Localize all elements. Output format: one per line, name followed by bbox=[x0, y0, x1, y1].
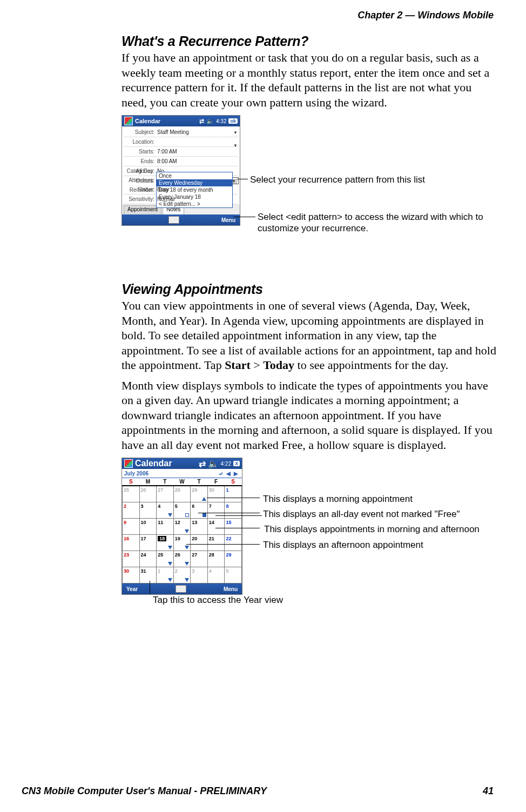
day-cell[interactable]: 30 bbox=[123, 567, 140, 583]
lbl-sensitivity: Sensitivity: bbox=[123, 196, 156, 202]
day-cell[interactable]: 25 bbox=[123, 486, 140, 502]
field-starts[interactable]: 7:00 AM bbox=[156, 149, 239, 155]
callout-select-pattern: Select your recurrence pattern from this… bbox=[250, 174, 482, 185]
page-number: 41 bbox=[483, 786, 494, 797]
lbl-categories: Categories: bbox=[123, 168, 156, 174]
day-cell[interactable]: 19 bbox=[173, 535, 191, 551]
callout-edit-pattern: Select <edit pattern> to access the wiza… bbox=[258, 211, 495, 234]
day-cell[interactable]: 8 bbox=[225, 502, 242, 519]
dow-header: S bbox=[123, 478, 140, 486]
page-header: Chapter 2 — Windows Mobile bbox=[358, 10, 494, 21]
day-cell[interactable]: 18 bbox=[157, 535, 174, 551]
prev-month-icon[interactable]: ◀ bbox=[225, 471, 232, 477]
day-cell[interactable]: 4 bbox=[207, 567, 225, 583]
signal-icon: ⇄ bbox=[199, 118, 204, 125]
afternoon-appt-icon bbox=[185, 578, 189, 582]
lbl-ends: Ends: bbox=[123, 158, 156, 164]
day-cell[interactable]: 12 bbox=[173, 519, 191, 535]
keyboard-icon[interactable] bbox=[176, 585, 186, 593]
signal-icon: ⇄ bbox=[199, 459, 206, 469]
day-cell[interactable]: 23 bbox=[123, 551, 140, 567]
heading-viewing: Viewing Appointments bbox=[122, 281, 500, 297]
day-cell[interactable]: 25 bbox=[157, 551, 174, 567]
day-cell[interactable]: 20 bbox=[191, 535, 208, 551]
calendar-edit-window: Calendar ⇄ 🔈 4:32 ok Subject: Staff Meet… bbox=[122, 115, 240, 226]
day-cell[interactable]: 28 bbox=[207, 551, 225, 567]
month-grid[interactable]: SMTWTFS 25262728293012345678910111213141… bbox=[122, 478, 242, 583]
day-cell[interactable]: 22 bbox=[225, 535, 242, 551]
lbl-status: Status: bbox=[123, 186, 156, 192]
day-cell[interactable]: 26 bbox=[173, 551, 191, 567]
day-cell[interactable]: 4 bbox=[157, 502, 174, 519]
day-cell[interactable]: 21 bbox=[207, 535, 225, 551]
day-cell[interactable]: 1 bbox=[225, 486, 242, 502]
day-cell[interactable]: 7 bbox=[207, 502, 225, 519]
field-status[interactable]: Busy bbox=[156, 186, 239, 192]
day-cell[interactable]: 27 bbox=[191, 551, 208, 567]
day-cell[interactable]: 29 bbox=[191, 486, 208, 502]
day-cell[interactable]: 3 bbox=[191, 567, 208, 583]
year-view-button[interactable]: Year bbox=[126, 586, 138, 592]
app-title: Calendar bbox=[135, 459, 197, 468]
day-cell[interactable]: 15 bbox=[225, 519, 242, 535]
day-cell[interactable]: 26 bbox=[139, 486, 157, 502]
lbl-attendees: Attendees: bbox=[123, 177, 156, 183]
day-cell[interactable]: 2 bbox=[173, 567, 191, 583]
dow-header: S bbox=[225, 478, 242, 486]
day-cell[interactable]: 17 bbox=[139, 535, 157, 551]
app-title: Calendar bbox=[135, 118, 197, 124]
lbl-location: Location: bbox=[123, 139, 156, 145]
field-sensitivity[interactable]: Normal bbox=[156, 196, 239, 202]
menu-button[interactable]: Menu bbox=[221, 217, 235, 223]
day-cell[interactable]: 14 bbox=[207, 519, 225, 535]
day-cell[interactable]: 30 bbox=[207, 486, 225, 502]
day-cell[interactable]: 16 bbox=[123, 535, 140, 551]
callout-allday: This displays an all-day event not marke… bbox=[263, 508, 460, 520]
menu-button[interactable]: Menu bbox=[224, 586, 238, 592]
field-ends[interactable]: 8:00 AM bbox=[156, 158, 239, 164]
month-year-label[interactable]: July 2006 bbox=[124, 471, 149, 477]
close-button[interactable]: X bbox=[233, 461, 240, 466]
day-cell[interactable]: 6 bbox=[191, 502, 208, 519]
day-cell[interactable]: 3 bbox=[139, 502, 157, 519]
volume-icon: 🔈 bbox=[206, 118, 214, 125]
afternoon-appt-icon bbox=[168, 546, 172, 549]
day-cell[interactable]: 2 bbox=[123, 502, 140, 519]
clock: 4:22 bbox=[221, 461, 231, 467]
opt-once[interactable]: Once bbox=[157, 172, 232, 179]
day-cell[interactable]: 13 bbox=[191, 519, 208, 535]
chevron-down-icon[interactable]: ▼ bbox=[233, 143, 238, 148]
goto-today-icon[interactable]: ⤾ bbox=[217, 471, 225, 477]
day-cell[interactable]: 1 bbox=[157, 567, 174, 583]
start-flag-icon[interactable] bbox=[124, 117, 133, 125]
afternoon-appt-icon bbox=[168, 578, 172, 582]
afternoon-appt-icon bbox=[168, 562, 172, 566]
ok-button[interactable]: ok bbox=[228, 118, 238, 124]
dow-header: M bbox=[139, 478, 157, 486]
day-cell[interactable]: 5 bbox=[173, 502, 191, 519]
dow-header: W bbox=[173, 478, 191, 486]
day-cell[interactable]: 10 bbox=[139, 519, 157, 535]
day-cell[interactable]: 5 bbox=[225, 567, 242, 583]
day-cell[interactable]: 31 bbox=[139, 567, 157, 583]
field-subject[interactable]: Staff Meeting▼ bbox=[156, 129, 239, 135]
day-cell[interactable]: 9 bbox=[123, 519, 140, 535]
day-cell[interactable]: 29 bbox=[225, 551, 242, 567]
start-flag-icon[interactable] bbox=[124, 459, 133, 468]
chevron-down-icon[interactable]: ▼ bbox=[233, 130, 238, 135]
volume-icon: 🔈 bbox=[208, 459, 219, 469]
next-month-icon[interactable]: ▶ bbox=[232, 471, 240, 477]
lbl-subject: Subject: bbox=[123, 129, 156, 135]
morning-appt-icon bbox=[202, 497, 206, 501]
day-cell[interactable]: 24 bbox=[139, 551, 157, 567]
opt-every-wednesday[interactable]: Every Wednesday bbox=[157, 179, 232, 186]
callout-both: This displays appointments in morning an… bbox=[264, 524, 480, 535]
titlebar: Calendar ⇄ 🔈 4:22 X bbox=[122, 458, 242, 469]
afternoon-appt-icon bbox=[185, 529, 189, 533]
day-cell[interactable]: 27 bbox=[157, 486, 174, 502]
para-viewing-2: Month view displays symbols to indicate … bbox=[122, 378, 500, 453]
day-cell[interactable]: 11 bbox=[157, 519, 174, 535]
afternoon-appt-icon bbox=[185, 562, 189, 566]
day-cell[interactable]: 28 bbox=[173, 486, 191, 502]
keyboard-icon[interactable] bbox=[168, 216, 179, 224]
